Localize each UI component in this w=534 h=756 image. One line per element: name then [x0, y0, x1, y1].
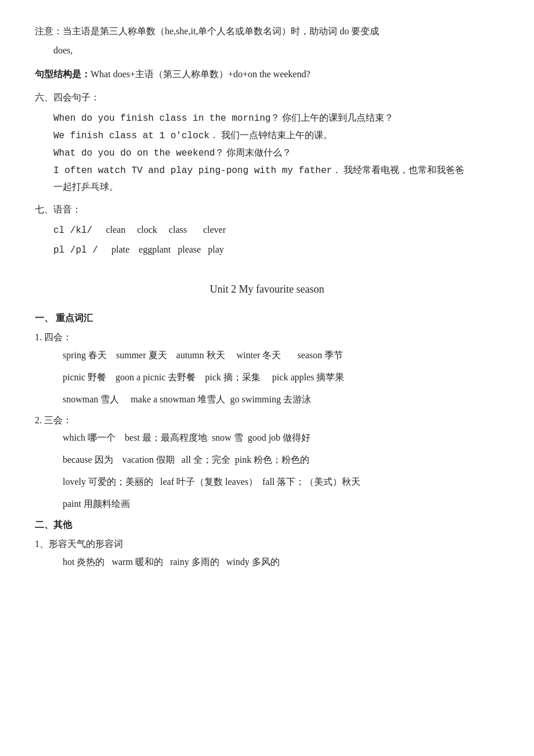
unit2-sub1-label-text: 1. 四会：	[35, 332, 72, 342]
note-line-2: does,	[35, 42, 499, 59]
vocab-vacation: vacation 假期	[122, 455, 179, 465]
section6-sentence-2: We finish class at 1 o'clock． 我们一点钟结束上午的…	[35, 127, 499, 145]
note-line-1: 注意：当主语是第三人称单数（he,she,it,单个人名或单数名词）时，助动词 …	[35, 23, 499, 40]
unit2-section2-sub1-label: 1、形容天气的形容词	[35, 536, 499, 553]
unit2-section2: 二、其他 1、形容天气的形容词 hot 炎热的 warm 暖和的 rainy 多…	[35, 517, 499, 571]
section7-row1-word2: clock	[137, 225, 167, 235]
vocab-snow: snow 雪	[212, 433, 246, 442]
unit2-vocab-row7: paint 用颜料绘画	[35, 495, 499, 513]
vocab-pick-apples: pick apples 摘苹果	[272, 372, 344, 382]
section7-row1-phonetic: cl /kl/	[53, 225, 103, 236]
unit2-vocab-row1: spring 春天 summer 夏天 autumn 秋天 winter 冬天 …	[35, 346, 499, 365]
vocab-fall: fall 落下；（美式）秋天	[262, 477, 360, 487]
unit2-sub2-label-text: 2. 三会：	[35, 415, 72, 425]
section7-row2-phonetic: pl /pl /	[53, 245, 109, 255]
unit2-section2-sub1-label-text: 1、形容天气的形容词	[35, 539, 123, 549]
unit2-vocab-row6: lovely 可爱的；美丽的 leaf 叶子（复数 leaves） fall 落…	[35, 473, 499, 491]
section7: 七、语音： cl /kl/ clean clock class clever p…	[35, 201, 499, 258]
section6-title: 六、四会句子：	[35, 89, 499, 106]
vocab-winter: winter 冬天	[237, 350, 295, 360]
vocab-good-job: good job 做得好	[248, 433, 311, 442]
vocab-make-snowman: make a snowman 堆雪人	[131, 394, 228, 404]
vocab-autumn: autumn 秋天	[176, 350, 234, 360]
vocab-best: best 最；最高程度地	[125, 433, 210, 442]
unit2-sub1-label: 1. 四会：	[35, 329, 499, 346]
vocab-pink: pink 粉色；粉色的	[235, 455, 309, 465]
section6-zh-4: 我经常看电视，也常和我爸爸	[344, 165, 464, 175]
section6-sentence-4: I often watch TV and play ping-pong with…	[35, 162, 499, 179]
unit2-section1-title: 一、 重点词汇	[35, 310, 499, 327]
section6-zh-3: 你周末做什么？	[226, 147, 291, 157]
section7-row1-word3: class	[169, 225, 201, 235]
note-text-1: 注意：当主语是第三人称单数（he,she,it,单个人名或单数名词）时，助动词 …	[35, 26, 379, 36]
section7-row2-word1: plate	[111, 244, 136, 254]
unit2-vocab-row5: because 因为 vacation 假期 all 全；完全 pink 粉色；…	[35, 451, 499, 469]
section7-row2: pl /pl / plate eggplant please play	[35, 242, 499, 259]
vocab-pick: pick 摘；采集	[205, 372, 270, 382]
vocab-hot: hot 炎热的	[63, 557, 109, 567]
section6-sentence-1: When do you finish class in the morning？…	[35, 110, 499, 127]
unit2-vocab-row4: which 哪一个 best 最；最高程度地 snow 雪 good job 做…	[35, 429, 499, 447]
unit2-section2-title: 二、其他	[35, 517, 499, 534]
unit2-section1: 一、 重点词汇 1. 四会： spring 春天 summer 夏天 autum…	[35, 310, 499, 513]
section6-zh-4b: 一起打乒乓球。	[53, 182, 118, 192]
vocab-rainy: rainy 多雨的	[170, 557, 224, 567]
section6-zh-1: 你们上午的课到几点结束？	[282, 113, 394, 123]
section7-title: 七、语音：	[35, 201, 499, 218]
vocab-which: which 哪一个	[63, 433, 122, 442]
section6-en-3: What do you do on the weekend？	[53, 148, 224, 159]
vocab-go-swimming: go swimming 去游泳	[230, 394, 311, 404]
section6-zh-2: 我们一点钟结束上午的课。	[221, 130, 333, 140]
section7-row1: cl /kl/ clean clock class clever	[35, 222, 499, 239]
note-section: 注意：当主语是第三人称单数（he,she,it,单个人名或单数名词）时，助动词 …	[35, 23, 499, 59]
section7-row2-word4: play	[208, 244, 224, 254]
section7-row2-word2: eggplant	[139, 244, 175, 254]
sentence-pattern-line: 句型结构是：What does+主语（第三人称单数）+do+on the wee…	[35, 66, 499, 83]
section7-row2-word3: please	[178, 244, 205, 254]
section7-row1-word4: clever	[203, 225, 226, 235]
vocab-spring: spring 春天	[63, 350, 114, 360]
vocab-warm: warm 暖和的	[111, 557, 167, 567]
vocab-season: season 季节	[297, 350, 343, 360]
vocab-snowman: snowman 雪人	[63, 394, 128, 404]
vocab-summer: summer 夏天	[116, 350, 174, 360]
sentence-pattern-label: 句型结构是：	[35, 69, 91, 79]
vocab-paint: paint 用颜料绘画	[63, 499, 130, 509]
vocab-goon: goon a picnic 去野餐	[116, 372, 203, 382]
section6-en-1: When do you finish class in the morning？	[53, 113, 280, 124]
vocab-because: because 因为	[63, 455, 120, 465]
section7-row1-word1: clean	[106, 225, 135, 235]
vocab-picnic: picnic 野餐	[63, 372, 113, 382]
section6-en-4: I often watch TV and play ping-pong with…	[53, 165, 341, 176]
section6-sentence-4b: 一起打乒乓球。	[35, 179, 499, 196]
section6: 六、四会句子： When do you finish class in the …	[35, 89, 499, 196]
sentence-pattern-content: What does+主语（第三人称单数）+do+on the weekend?	[91, 69, 311, 79]
vocab-windy: windy 多风的	[226, 557, 280, 567]
section6-sentence-3: What do you do on the weekend？ 你周末做什么？	[35, 145, 499, 162]
vocab-lovely: lovely 可爱的；美丽的	[63, 477, 158, 487]
vocab-leaf: leaf 叶子（复数 leaves）	[160, 477, 260, 487]
sentence-pattern-section: 句型结构是：What does+主语（第三人称单数）+do+on the wee…	[35, 66, 499, 83]
unit2-sub2-label: 2. 三会：	[35, 412, 499, 429]
note-text-2: does,	[53, 45, 73, 55]
unit2-vocab-row2: picnic 野餐 goon a picnic 去野餐 pick 摘；采集 pi…	[35, 368, 499, 387]
vocab-all: all 全；完全	[182, 455, 233, 465]
unit2-title: Unit 2 My favourite season	[35, 280, 499, 298]
section6-en-2: We finish class at 1 o'clock．	[53, 131, 219, 141]
unit2-vocab-row3: snowman 雪人 make a snowman 堆雪人 go swimmin…	[35, 390, 499, 409]
unit2-weather-adj-row: hot 炎热的 warm 暖和的 rainy 多雨的 windy 多风的	[35, 553, 499, 571]
